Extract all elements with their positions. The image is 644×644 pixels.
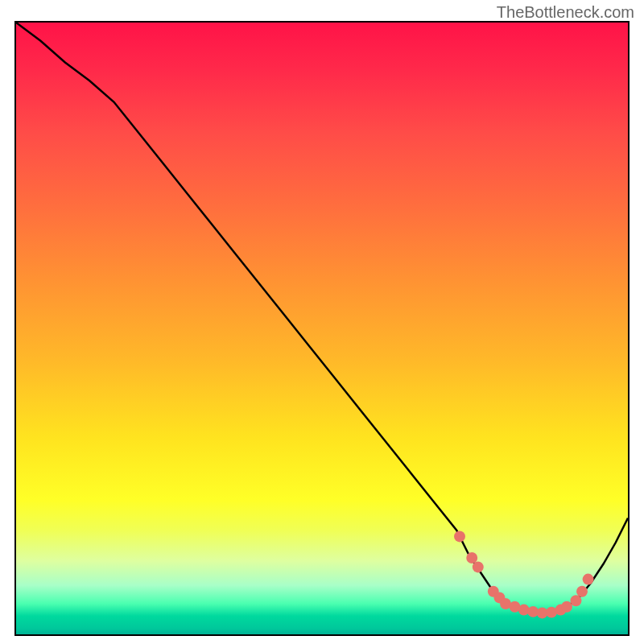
plot-area — [14, 21, 630, 636]
data-dot — [561, 601, 572, 613]
data-dot — [583, 574, 594, 585]
dots-group — [454, 530, 593, 618]
curve-line — [16, 23, 628, 614]
chart-svg — [16, 23, 628, 634]
watermark-text: TheBottleneck.com — [497, 3, 634, 22]
data-dot — [454, 530, 465, 542]
data-dot — [576, 586, 588, 597]
data-dot — [466, 552, 477, 564]
data-dot — [473, 561, 484, 572]
data-dot — [570, 595, 581, 606]
